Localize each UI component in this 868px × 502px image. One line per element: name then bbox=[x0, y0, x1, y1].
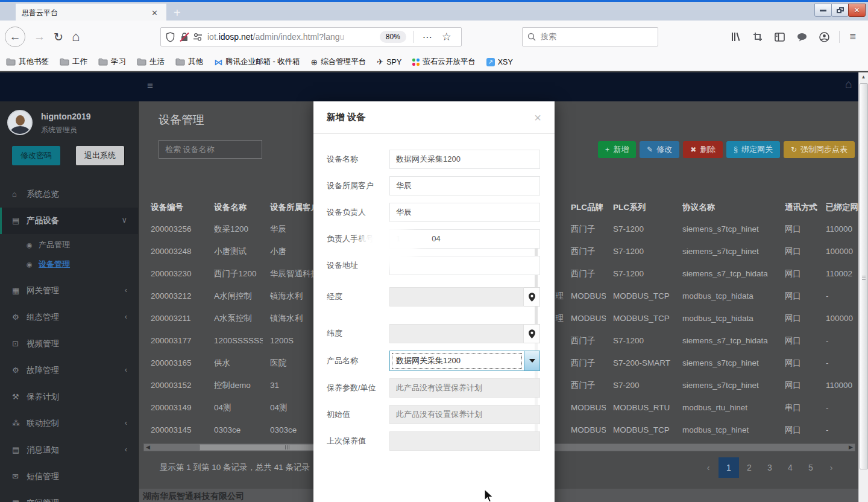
page-button-1[interactable]: 1 bbox=[719, 457, 739, 478]
page-button-5[interactable]: 5 bbox=[800, 457, 821, 478]
window-restore-button[interactable] bbox=[831, 4, 849, 17]
page-button-4[interactable]: 4 bbox=[780, 457, 800, 478]
table-cell: - bbox=[819, 329, 858, 352]
reload-button[interactable]: ↻ bbox=[54, 30, 63, 44]
browser-tab[interactable]: 思普云平台 ✕ bbox=[16, 4, 166, 22]
select-dropdown-button[interactable] bbox=[524, 351, 539, 370]
scroll-up-arrow[interactable]: ▲ bbox=[859, 72, 868, 82]
bookmark-item[interactable]: 生活 bbox=[137, 57, 165, 67]
设备地址-input[interactable] bbox=[389, 256, 540, 275]
设备负责人-input[interactable]: 华辰 bbox=[389, 203, 540, 222]
强制同步点表-button[interactable]: ↻强制同步点表 bbox=[784, 141, 855, 158]
shield-icon[interactable] bbox=[166, 32, 175, 42]
column-header[interactable]: 协议名称 bbox=[675, 197, 778, 218]
bookmark-label: 腾讯企业邮箱 - 收件箱 bbox=[225, 57, 300, 67]
column-header[interactable]: 设备编号 bbox=[143, 197, 207, 218]
column-header[interactable]: 通讯方式 bbox=[778, 197, 819, 218]
column-header[interactable]: PLC品牌 bbox=[564, 197, 606, 218]
column-header[interactable]: 设备名称 bbox=[207, 197, 263, 218]
sidebar-item[interactable]: ▦空间管理 bbox=[0, 490, 138, 502]
sidebar-collapse-icon[interactable]: ≡ bbox=[147, 80, 153, 92]
删除-button[interactable]: ✖删除 bbox=[683, 141, 723, 158]
sidebar-item[interactable]: ⚙故障管理‹ bbox=[0, 357, 138, 384]
bookmark-item[interactable]: 其他 bbox=[175, 57, 203, 67]
library-icon[interactable] bbox=[731, 32, 741, 42]
bookmark-item[interactable]: ⊕综合管理平台 bbox=[311, 57, 366, 67]
sidebar-subitem[interactable]: ◉设备管理 bbox=[0, 255, 138, 274]
sidebar-item[interactable]: ✉短信管理 bbox=[0, 463, 138, 490]
spy-icon: ✈ bbox=[377, 57, 383, 66]
sidebar-subitem-label[interactable]: 设备管理 bbox=[39, 259, 70, 268]
insecure-lock-icon[interactable] bbox=[180, 32, 189, 42]
change-password-button[interactable]: 修改密码 bbox=[12, 146, 60, 165]
user-role: 系统管理员 bbox=[41, 125, 90, 135]
vscrollbar-thumb[interactable] bbox=[860, 83, 868, 469]
scroll-right-arrow[interactable]: ▶ bbox=[847, 444, 855, 451]
logout-button[interactable]: 退出系统 bbox=[76, 146, 124, 165]
account-icon[interactable] bbox=[819, 32, 829, 42]
url-bar[interactable]: iot.idosp.net/admin/index.html?langu 80%… bbox=[160, 27, 462, 46]
table-cell: 西门子 bbox=[564, 262, 606, 285]
sidebar-item[interactable]: ▤产品设备∨ bbox=[0, 208, 138, 234]
绑定网关-button[interactable]: §绑定网关 bbox=[726, 141, 780, 158]
新增-button[interactable]: +新增 bbox=[598, 141, 636, 158]
sidebar-item[interactable]: ▤消息通知‹ bbox=[0, 437, 138, 463]
screenshot-icon[interactable] bbox=[753, 32, 763, 42]
bookmark-label: SPY bbox=[386, 58, 401, 66]
modal-close-icon[interactable]: × bbox=[534, 112, 541, 124]
scroll-left-arrow[interactable]: ◀ bbox=[144, 444, 152, 451]
tencent-mail-icon: ⋈ bbox=[214, 57, 222, 67]
bookmark-item[interactable]: 学习 bbox=[98, 57, 126, 67]
pocket-chat-icon[interactable] bbox=[797, 33, 807, 42]
bookmark-label: 生活 bbox=[149, 57, 165, 67]
column-header[interactable]: 已绑定网关 bbox=[819, 197, 858, 218]
bookmark-item[interactable]: 工作 bbox=[60, 57, 87, 67]
bookmark-item[interactable]: 萤石云开放平台 bbox=[412, 57, 476, 67]
back-button[interactable]: ← bbox=[5, 27, 25, 47]
table-cell: MODBUS_RTU bbox=[606, 396, 675, 419]
tab-close-icon[interactable]: ✕ bbox=[149, 7, 160, 19]
next-page-button[interactable]: › bbox=[821, 457, 841, 478]
bookmark-item[interactable]: 其他书签 bbox=[6, 57, 49, 67]
sidebar-item[interactable]: ⚒保养计划 bbox=[0, 384, 138, 410]
sidebar-toggle-icon[interactable] bbox=[775, 33, 785, 42]
bookmark-item[interactable]: ⋈腾讯企业邮箱 - 收件箱 bbox=[214, 57, 300, 67]
window-close-button[interactable]: ✕ bbox=[848, 4, 866, 17]
sidebar-item[interactable]: ⌂系统总览 bbox=[0, 181, 138, 208]
device-search-input[interactable] bbox=[159, 140, 262, 159]
avatar[interactable] bbox=[7, 110, 33, 135]
product-select[interactable]: 数据网关采集1200 bbox=[389, 351, 540, 371]
设备所属客户-input[interactable]: 华辰 bbox=[389, 176, 540, 195]
bookmark-item[interactable]: ↗XSY bbox=[486, 58, 513, 66]
sidebar-item[interactable]: ⊡视频管理 bbox=[0, 331, 138, 357]
sidebar-subitem-label[interactable]: 产品管理 bbox=[39, 240, 70, 249]
sync-icon: ↻ bbox=[791, 145, 797, 154]
browser-search-box[interactable]: 搜索 bbox=[522, 27, 658, 46]
sidebar-item[interactable]: ⚙组态管理‹ bbox=[0, 304, 138, 331]
page-button-2[interactable]: 2 bbox=[739, 457, 760, 478]
permissions-icon[interactable] bbox=[193, 33, 203, 41]
sidebar-item[interactable]: ⁂联动控制‹ bbox=[0, 410, 138, 437]
menu-icon[interactable]: ≡ bbox=[849, 31, 856, 43]
page-actions-icon[interactable]: ⋯ bbox=[423, 31, 432, 43]
window-minimize-button[interactable] bbox=[814, 4, 832, 17]
map-pin-button[interactable] bbox=[524, 287, 540, 307]
new-tab-button[interactable]: + bbox=[174, 7, 181, 19]
page-button-3[interactable]: 3 bbox=[760, 457, 780, 478]
browser-vertical-scrollbar[interactable]: ▲ bbox=[858, 72, 868, 502]
forward-button[interactable]: → bbox=[34, 30, 45, 43]
table-cell: 200003211 bbox=[143, 307, 207, 329]
prev-page-button[interactable]: ‹ bbox=[698, 457, 719, 478]
table-cell: MODBUS bbox=[564, 396, 606, 419]
bookmark-star-icon[interactable]: ☆ bbox=[442, 30, 451, 43]
sidebar-subitem[interactable]: ◉产品管理 bbox=[0, 235, 138, 255]
设备名称-input[interactable]: 数据网关采集1200 bbox=[389, 150, 540, 169]
修改-button[interactable]: ✎修改 bbox=[640, 141, 679, 158]
zoom-level-badge[interactable]: 80% bbox=[380, 31, 406, 43]
map-pin-button[interactable] bbox=[524, 324, 540, 343]
sidebar-item[interactable]: ▦网关管理‹ bbox=[0, 278, 138, 304]
column-header[interactable]: PLC系列 bbox=[606, 197, 675, 218]
app-sidebar: hignton2019 系统管理员 修改密码 退出系统 ⌂系统总览▤产品设备∨◉… bbox=[0, 101, 139, 502]
home-button[interactable]: ⌂ bbox=[72, 29, 80, 45]
bookmark-item[interactable]: ✈SPY bbox=[377, 57, 401, 66]
